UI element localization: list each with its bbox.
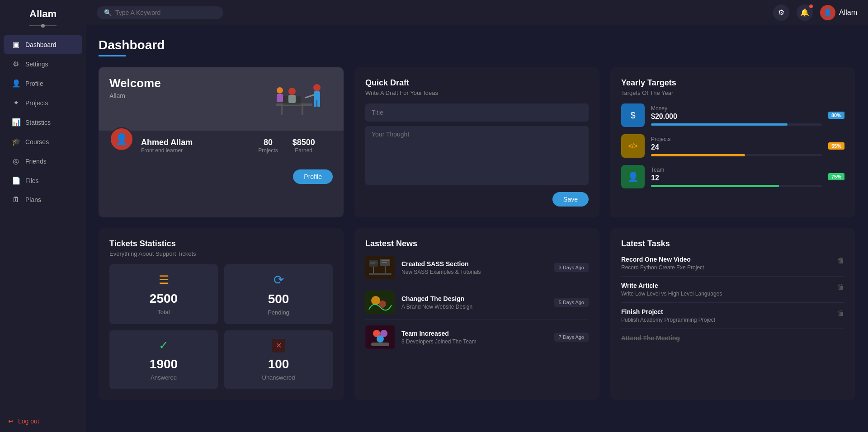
svg-point-30 [377,335,384,343]
notification-dot [809,5,813,8]
sidebar-item-label: Statistics [25,119,51,126]
task-project: Finish Project Publish Academy Programmi… [621,303,844,329]
tickets-grid: ☰ 2500 Total ⟳ 500 Pending ✓ 1900 Answer… [109,264,333,389]
task-article: Write Article Write Low Level vs High Le… [621,277,844,303]
team-target-value: 12 [651,174,822,182]
task-project-info: Finish Project Publish Academy Programmi… [621,308,715,323]
yearly-targets-card: Yearly Targets Targets Of The Year $ Mon… [610,67,855,217]
welcome-title: Welcome [109,76,161,90]
earned-label: Earned [292,147,315,154]
logout-icon: ↩ [8,418,14,425]
welcome-avatar: 👤 [109,127,134,151]
topbar: 🔍 ⚙ 🔔 👤 Allam [86,0,868,25]
projects-target-icon: </> [621,134,645,158]
courses-icon: 🎓 [12,137,20,146]
target-money: $ Money $20.000 80% [621,103,844,127]
money-badge: 80% [828,112,844,119]
projects-label: Projects [258,147,278,154]
money-icon: $ [621,103,645,127]
task-meeting: Attend The Meeting [621,329,844,348]
plans-icon: 🗓 [12,196,20,204]
news-info-team: Team Increased 3 Developers Joined The T… [401,330,548,345]
projects-target-label: Projects [651,136,822,142]
notifications-button[interactable]: 🔔 [797,5,813,21]
svg-rect-23 [369,273,392,275]
sidebar-item-label: Projects [25,99,48,107]
svg-point-12 [277,87,283,94]
sidebar-item-projects[interactable]: ✦ Projects [4,94,82,112]
draft-title-input[interactable] [365,103,589,122]
sass-title: Created SASS Section [401,260,548,268]
svg-rect-1 [281,106,283,115]
sidebar-nav: ▣ Dashboard ⚙ Settings 👤 Profile ✦ Proje… [0,32,86,410]
page-title: Dashboard [99,38,855,52]
team-news-desc: 3 Developers Joined The Team [401,338,548,345]
sidebar-item-label: Plans [25,196,41,203]
task-delete-video[interactable]: 🗑 [837,257,844,265]
sass-date: 3 Days Ago [554,263,589,272]
main-content: Dashboard Welcome Allam [86,25,868,432]
projects-value: 80 [258,138,278,147]
svg-rect-2 [302,106,303,115]
svg-rect-10 [317,100,320,107]
task-video-info: Record One New Video Record Python Creat… [621,256,704,271]
sidebar-item-friends[interactable]: ◎ Friends [4,152,82,170]
answered-value: 1900 [150,357,178,371]
sidebar: Allam ▣ Dashboard ⚙ Settings 👤 Profile ✦… [0,0,86,432]
task-delete-project[interactable]: 🗑 [837,309,844,317]
earned-stat: $8500 Earned [292,138,315,154]
tickets-subtitle: Everything About Support Tickets [109,250,333,257]
sidebar-item-label: Files [25,177,39,184]
news-info-sass: Created SASS Section New SASS Examples &… [401,260,548,275]
sidebar-item-statistics[interactable]: 📊 Statistics [4,113,82,131]
draft-thought-textarea[interactable] [365,126,589,185]
sidebar-item-courses[interactable]: 🎓 Courses [4,132,82,151]
team-news-title: Team Increased [401,330,548,337]
logout-button[interactable]: ↩ Log out [0,410,86,432]
yearly-targets-subtitle: Targets Of The Year [621,89,844,96]
topbar-user[interactable]: 👤 Allam [820,5,857,20]
sidebar-item-settings[interactable]: ⚙ Settings [4,55,82,73]
pending-label: Pending [268,309,289,316]
ticket-pending: ⟳ 500 Pending [224,264,333,324]
save-button[interactable]: Save [552,192,589,207]
money-info: Money $20.000 [651,105,822,126]
task-meeting-title: Attend The Meeting [621,334,680,342]
unanswered-label: Unanswered [262,374,295,381]
svg-line-11 [306,95,314,98]
profile-section: Profile [99,163,344,193]
search-input[interactable] [115,9,216,16]
sidebar-item-label: Settings [25,61,48,68]
answered-icon: ✓ [159,338,169,352]
money-value: $20.000 [651,113,822,121]
stat-fullname: Ahmed Allam Front end learner [141,138,193,154]
team-target-info: Team 12 [651,167,822,187]
logout-label: Log out [18,418,39,425]
news-info-design: Changed The Design A Brand New Website D… [401,295,548,310]
news-card: Lastest News [354,228,599,400]
sidebar-item-profile[interactable]: 👤 Profile [4,74,82,93]
projects-badge: 55% [828,142,844,150]
welcome-bottom: 👤 Ahmed Allam Front end learner 80 Pr [99,131,344,163]
sidebar-item-files[interactable]: 📄 Files [4,171,82,190]
user-avatar: 👤 [820,5,835,20]
quick-draft-subtitle: Write A Draft For Your Ideas [365,89,589,96]
sidebar-item-dashboard[interactable]: ▣ Dashboard [4,35,82,54]
news-item-team: Team Increased 3 Developers Joined The T… [365,320,589,354]
svg-rect-20 [382,262,387,263]
svg-rect-19 [382,260,389,261]
sidebar-item-plans[interactable]: 🗓 Plans [4,191,82,209]
money-label: Money [651,105,822,112]
profile-button[interactable]: Profile [293,169,333,184]
projects-bar-fill [651,154,745,156]
projects-icon: ✦ [12,99,20,107]
team-target-label: Team [651,167,822,173]
settings-button[interactable]: ⚙ [773,5,789,21]
svg-rect-16 [370,262,377,263]
search-bar[interactable]: 🔍 [97,6,223,19]
total-icon: ☰ [159,273,169,287]
main-wrapper: 🔍 ⚙ 🔔 👤 Allam Dashboard Welcome [86,0,868,432]
pending-value: 500 [268,292,289,306]
task-delete-article[interactable]: 🗑 [837,283,844,291]
title-underline [99,55,126,56]
